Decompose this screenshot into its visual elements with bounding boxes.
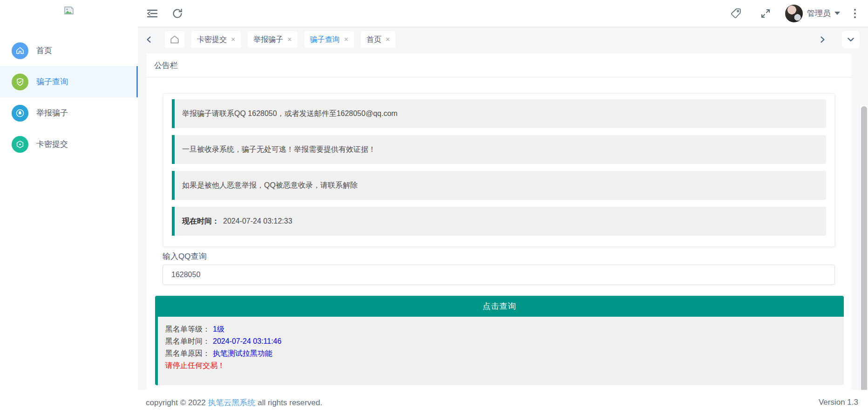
copyright-prefix: copyright © 2022 xyxy=(146,398,208,407)
tab-home-chip[interactable] xyxy=(165,31,184,48)
caret-down-icon xyxy=(834,12,840,15)
announcement-text: 如果是被他人恶意举报，QQ被恶意收录，请联系解除 xyxy=(182,181,358,190)
scrollbar-thumb[interactable] xyxy=(861,106,867,400)
query-label: 输入QQ查询 xyxy=(163,251,835,262)
result-warning: 请停止任何交易！ xyxy=(165,360,844,372)
card-key-icon xyxy=(12,136,28,153)
user-menu[interactable]: 管理员 xyxy=(807,8,840,19)
title-divider xyxy=(147,77,851,77)
home-icon xyxy=(170,35,179,44)
report-bell-icon xyxy=(12,105,28,122)
site-link[interactable]: 执笔云黑系统 xyxy=(208,398,256,407)
result-value: 2024-07-24 03:11:46 xyxy=(213,337,281,345)
home-icon xyxy=(12,42,28,59)
sidebar: 首页 骗子查询 举报骗 xyxy=(0,0,138,415)
result-value: 1级 xyxy=(213,325,224,333)
copyright-text: copyright © 2022 执笔云黑系统 all rights reser… xyxy=(146,397,322,408)
announcement-row-time: 现在时间： 2024-07-24 03:12:33 xyxy=(172,207,826,236)
header-right-cluster: 管理员 xyxy=(729,5,868,22)
sidebar-item-scammer-query[interactable]: 骗子查询 xyxy=(0,66,138,97)
shield-check-icon xyxy=(12,74,28,90)
query-button[interactable]: 点击查询 xyxy=(155,296,844,317)
tab-scammer-query[interactable]: 骗子查询 × xyxy=(305,31,354,48)
copyright-suffix: all rights reserved. xyxy=(256,398,323,407)
tag-icon[interactable] xyxy=(729,7,742,20)
query-result-box: 黑名单等级：1级 黑名单时间：2024-07-24 03:11:46 黑名单原因… xyxy=(155,317,844,385)
content-panel: 公告栏 举报骗子请联系QQ 1628050，或者发送邮件至1628050@qq.… xyxy=(147,54,851,390)
app-window: 首页 骗子查询 举报骗 xyxy=(0,0,868,415)
time-value: 2024-07-24 03:12:33 xyxy=(223,217,292,225)
result-label: 黑名单时间： xyxy=(165,337,210,345)
result-label: 黑名单原因： xyxy=(165,349,210,357)
announcement-text: 一旦被收录系统，骗子无处可逃！举报需要提供有效证据！ xyxy=(182,145,376,155)
close-icon[interactable]: × xyxy=(344,36,348,43)
result-line-level: 黑名单等级：1级 xyxy=(165,323,844,335)
close-icon[interactable]: × xyxy=(231,36,235,43)
fullscreen-icon[interactable] xyxy=(759,7,772,20)
announcement-row: 如果是被他人恶意举报，QQ被恶意收录，请联系解除 xyxy=(172,171,826,200)
announcement-row: 举报骗子请联系QQ 1628050，或者发送邮件至1628050@qq.com xyxy=(172,99,826,128)
close-icon[interactable]: × xyxy=(386,36,390,43)
chevron-down-icon xyxy=(847,35,855,44)
top-header: 管理员 xyxy=(138,0,868,27)
tab-report-scammer[interactable]: 举报骗子 × xyxy=(248,31,297,48)
announcement-text: 举报骗子请联系QQ 1628050，或者发送邮件至1628050@qq.com xyxy=(182,109,398,119)
time-label: 现在时间： xyxy=(182,217,219,226)
result-label: 黑名单等级： xyxy=(165,325,210,333)
result-line-time: 黑名单时间：2024-07-24 03:11:46 xyxy=(165,335,844,347)
sidebar-item-label: 骗子查询 xyxy=(36,76,68,87)
sidebar-item-home[interactable]: 首页 xyxy=(0,35,138,66)
user-name: 管理员 xyxy=(807,8,831,19)
announcement-card: 举报骗子请联系QQ 1628050，或者发送邮件至1628050@qq.com … xyxy=(163,93,835,247)
sidebar-item-label: 卡密提交 xyxy=(36,139,68,150)
tab-label: 骗子查询 xyxy=(310,35,340,45)
tags-nav: 卡密提交 × 举报骗子 × 骗子查询 × 首页 × xyxy=(138,27,868,53)
board-title: 公告栏 xyxy=(147,54,851,71)
sidebar-item-label: 举报骗子 xyxy=(36,108,68,118)
sidebar-item-cardkey-submit[interactable]: 卡密提交 xyxy=(0,129,138,160)
sidebar-item-report-scammer[interactable]: 举报骗子 xyxy=(0,97,138,129)
page-footer: copyright © 2022 执笔云黑系统 all rights reser… xyxy=(138,390,868,415)
tab-home[interactable]: 首页 × xyxy=(361,31,395,48)
close-icon[interactable]: × xyxy=(287,36,292,43)
result-value: 执笔测试拉黑功能 xyxy=(213,349,272,357)
tab-cardkey-submit[interactable]: 卡密提交 × xyxy=(191,31,241,48)
tags-nav-right xyxy=(818,31,860,48)
sidebar-item-label: 首页 xyxy=(36,45,52,56)
kebab-menu-icon[interactable] xyxy=(852,7,858,20)
sidebar-menu: 首页 骗子查询 举报骗 xyxy=(0,35,138,160)
announcement-row: 一旦被收录系统，骗子无处可逃！举报需要提供有效证据！ xyxy=(172,135,826,164)
tabs-dropdown-button[interactable] xyxy=(842,31,860,48)
result-line-reason: 黑名单原因：执笔测试拉黑功能 xyxy=(165,347,844,360)
collapse-sidebar-icon[interactable] xyxy=(146,7,159,20)
refresh-icon[interactable] xyxy=(171,7,184,20)
chevron-right-icon[interactable] xyxy=(818,35,827,44)
qq-query-input[interactable] xyxy=(163,265,835,285)
scrollbar-track[interactable] xyxy=(859,105,868,415)
version-label: Version 1.3 xyxy=(819,398,858,407)
tab-label: 举报骗子 xyxy=(253,35,283,45)
user-avatar[interactable] xyxy=(785,5,803,22)
chevron-left-icon[interactable] xyxy=(144,35,154,44)
tab-label: 首页 xyxy=(366,35,381,45)
tab-label: 卡密提交 xyxy=(197,35,227,45)
broken-image-icon xyxy=(64,7,74,14)
main-content: 公告栏 举报骗子请联系QQ 1628050，或者发送邮件至1628050@qq.… xyxy=(138,53,868,390)
